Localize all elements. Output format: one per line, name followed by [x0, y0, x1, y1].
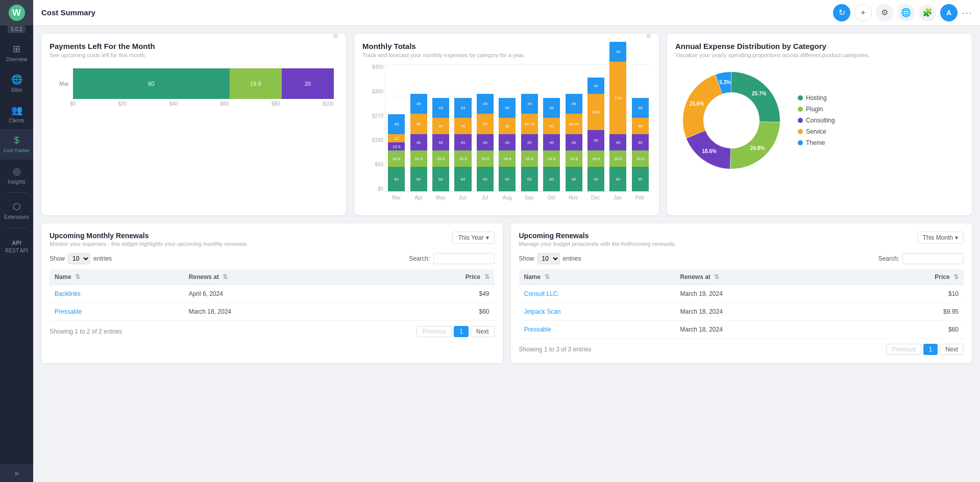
search-input-renewals[interactable]	[902, 253, 964, 264]
search-input-monthly[interactable]	[433, 253, 495, 264]
entries-select-monthly[interactable]: 10 25 50	[68, 253, 90, 264]
puzzle-button[interactable]: 🧩	[919, 4, 936, 21]
legend-item-hosting: Hosting	[798, 94, 835, 102]
month-bar-seg: 40	[454, 134, 471, 150]
api-label: API	[12, 240, 21, 246]
top-cards-row: ≡ Payments Left For the Month See upcomi…	[41, 34, 972, 215]
user-avatar[interactable]: A	[940, 4, 958, 21]
donut-card-subtitle: Visualize your yearly spending proportio…	[675, 52, 964, 58]
month-bar-seg: 39.8	[521, 150, 538, 167]
monthly-menu-icon[interactable]: ≡	[646, 32, 651, 41]
month-bar-seg: 49	[388, 114, 405, 134]
sidebar-item-insights[interactable]: ◎ Insights	[0, 160, 33, 190]
sidebar-item-overview[interactable]: ⊞ Overview	[0, 37, 33, 68]
prev-btn[interactable]: Previous	[886, 344, 921, 355]
x-axis-label: Oct	[540, 192, 562, 207]
sidebar-item-clients[interactable]: 👥 Clients	[0, 98, 33, 129]
row-name[interactable]: Pressable	[519, 321, 675, 339]
sidebar-item-cost-tracker[interactable]: $ Cost Tracker	[0, 129, 33, 160]
sidebar-divider-2	[7, 227, 27, 228]
x-label: $20	[118, 101, 127, 107]
row-renews: March 18, 2024	[184, 303, 373, 321]
svg-text:25.7%: 25.7%	[752, 91, 766, 96]
row-name[interactable]: Jetpack Scan	[519, 303, 675, 321]
col-name[interactable]: Name ⇅	[50, 269, 184, 285]
month-bar-stack: 6039.8404049	[432, 98, 449, 191]
next-btn[interactable]: Next	[471, 326, 495, 337]
col-name[interactable]: Name ⇅	[519, 269, 675, 285]
month-bar-group: 6039.8404049	[630, 64, 651, 191]
month-bar-seg: 39.8	[410, 150, 427, 167]
x-axis-label: Nov	[562, 192, 584, 207]
legend-item-consulting: Consulting	[798, 117, 835, 124]
month-bar-seg: 49	[410, 94, 427, 114]
row-price: $60	[850, 321, 964, 339]
consulting-color-dot	[798, 118, 803, 123]
payments-card: ≡ Payments Left For the Month See upcomi…	[41, 34, 346, 215]
month-bar-seg: 39.8	[632, 150, 649, 167]
entries-select-renewals[interactable]: 10 25 50	[537, 253, 560, 264]
row-name[interactable]: Backlinks	[50, 285, 184, 303]
month-bar-seg: 49.75	[521, 114, 538, 134]
app-logo: W	[0, 0, 33, 26]
sidebar-item-label: REST API	[5, 248, 28, 253]
month-bar-seg: 88.8	[587, 94, 604, 130]
cost-tracker-icon: $	[14, 135, 19, 146]
month-bar-seg: 50	[477, 114, 494, 134]
this-month-filter[interactable]: This Month ▾	[917, 232, 964, 244]
entries-label: entries	[563, 255, 581, 262]
globe-button[interactable]: 🌐	[897, 4, 915, 21]
search-label: Search:	[409, 255, 430, 262]
page-1-btn[interactable]: 1	[923, 344, 938, 355]
refresh-button[interactable]: ↻	[833, 4, 850, 21]
row-price: $49	[373, 285, 495, 303]
svg-text:5.3%: 5.3%	[719, 80, 731, 85]
month-bar-seg: 39.8	[609, 150, 626, 167]
month-bar-seg: 40	[432, 134, 449, 150]
prev-btn[interactable]: Previous	[416, 326, 452, 337]
pagination: Previous 1 Next	[886, 344, 964, 355]
table-header-row: Name ⇅ Renews at ⇅ Price ⇅	[519, 269, 964, 285]
month-bar-group: 6039.8404049	[497, 64, 518, 191]
col-price[interactable]: Price ⇅	[850, 269, 964, 285]
bar-container: 60 19.9 20	[73, 68, 334, 99]
filter-label: This Year	[458, 234, 483, 241]
month-bar-stack: 6039.8404049	[543, 98, 560, 191]
month-bar-seg: 49	[609, 42, 626, 62]
x-axis-label: Aug	[496, 192, 518, 207]
x-axis: MarAprMayJunJulAugSepOctNovDecJanFeb	[385, 192, 651, 207]
page-1-btn[interactable]: 1	[454, 326, 469, 337]
svg-text:25.6%: 25.6%	[690, 101, 704, 107]
row-name[interactable]: Consult LLC.	[519, 285, 675, 303]
y-label: $180	[362, 137, 383, 143]
sidebar-item-label: Sites	[11, 87, 22, 93]
month-bar-seg: 60	[566, 167, 582, 191]
month-bar-seg: 40	[432, 118, 449, 134]
month-bar-seg: 40	[566, 134, 582, 150]
legend-label: Service	[806, 128, 826, 135]
next-btn[interactable]: Next	[940, 344, 964, 355]
this-year-filter[interactable]: This Year ▾	[452, 232, 494, 244]
sidebar-item-rest-api[interactable]: API REST API	[0, 230, 33, 261]
payments-card-title: Payments Left For the Month	[50, 42, 338, 50]
legend-item-theme: Theme	[798, 139, 835, 146]
settings-button[interactable]: ⚙	[876, 4, 893, 21]
sidebar-collapse-btn[interactable]: »	[0, 464, 33, 482]
sidebar-item-sites[interactable]: 🌐 Sites	[0, 68, 33, 98]
sort-icon: ⇅	[484, 273, 489, 281]
y-label: $450	[362, 64, 383, 70]
month-bar-seg: 60	[543, 167, 560, 191]
col-price[interactable]: Price ⇅	[373, 269, 495, 285]
add-button[interactable]: +	[854, 4, 872, 21]
sort-icon: ⇅	[545, 273, 550, 281]
sidebar-item-extensions[interactable]: ⬡ Extensions	[0, 195, 33, 225]
payments-menu-icon[interactable]: ≡	[333, 32, 338, 41]
col-renews[interactable]: Renews at ⇅	[675, 269, 851, 285]
payments-card-subtitle: See upcoming costs left for this month.	[50, 52, 338, 58]
col-renews[interactable]: Renews at ⇅	[184, 269, 373, 285]
month-bar-seg: 50	[410, 114, 427, 134]
more-button[interactable]: ⋯	[962, 7, 972, 19]
month-bar-seg: 40	[499, 118, 516, 134]
x-label: $0	[70, 101, 76, 107]
row-name[interactable]: Pressable	[50, 303, 184, 321]
